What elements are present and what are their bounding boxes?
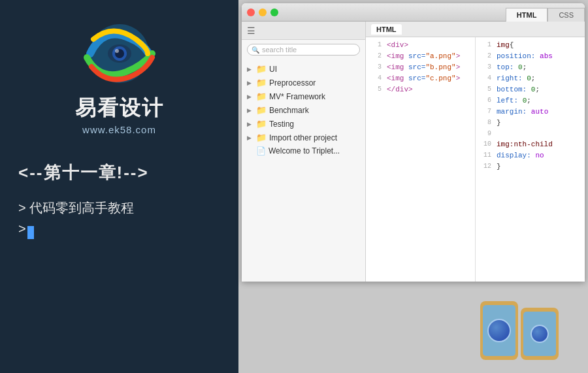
code-area: HTML 1<div> 2<img src="a.png"> 3<img src… [366,22,585,282]
code-tab-html[interactable]: HTML [371,24,402,35]
code-line: 5 bottom: 0; [476,84,585,95]
code-line: 1img{ [476,40,585,51]
tree-item-welcome[interactable]: ▶ 📄 Welcome to Triplet... [242,144,365,157]
tree-arrow-icon: ▶ [247,93,255,100]
code-line: 12} [476,161,585,172]
tree-label: Import other project [269,133,337,142]
code-line: 11 display: no [476,150,585,161]
cursor-blink [27,226,34,239]
tree-label: Benchmark [269,106,309,115]
desc-lines: > 代码零到高手教程 > [13,197,134,239]
tree-item-ui[interactable]: ▶ 📁 UI [242,62,365,76]
globe-icon [487,319,511,342]
tree-item-testing[interactable]: ▶ 📁 Testing [242,117,365,131]
chapter-label: <--第十一章!--> [13,161,149,184]
tree-arrow-icon: ▶ [247,121,255,127]
tree-label: Testing [269,120,294,129]
tree-arrow-icon: ▶ [247,135,255,141]
bottom-illustration [457,282,588,373]
card-inner-right [523,312,556,356]
code-line: 4<img src="c.png"> [366,73,475,84]
sidebar-toolbar: ☰ [242,22,365,40]
code-line: 5</div> [366,84,475,95]
code-line: 6 left: 0; [476,95,585,106]
search-box[interactable]: 🔍 search title [247,44,360,56]
code-line: 2<img src="a.png"> [366,51,475,62]
folder-icon: 📁 [256,133,267,142]
card-left [480,301,518,360]
hamburger-icon[interactable]: ☰ [247,25,255,36]
code-panes: 1<div> 2<img src="a.png"> 3<img src="b.p… [366,37,585,282]
css-code-pane: 1img{ 2 position: abs 3 top: 0; 4 right:… [476,37,585,282]
tree-arrow-icon: ▶ [247,66,255,73]
search-icon: 🔍 [252,46,259,54]
code-line: 3 top: 0; [476,62,585,73]
file-sidebar: ☰ 🔍 search title ▶ 📁 UI ▶ 📁 Preproce [242,22,366,282]
folder-icon: 📁 [256,105,267,115]
right-panel: HTML CSS ☰ 🔍 search title ▶ 📁 UI [238,0,588,373]
titlebar: HTML CSS [242,3,585,22]
card-right [521,308,559,360]
tree-arrow-icon: ▶ [247,107,255,114]
close-button[interactable] [247,8,255,16]
folder-icon: 📁 [256,91,267,101]
tree-item-import[interactable]: ▶ 📁 Import other project [242,131,365,144]
code-line: 7 margin: auto [476,106,585,118]
minimize-button[interactable] [259,8,267,16]
brand-url: www.ek58.com [82,124,156,135]
search-placeholder: search title [262,46,297,54]
folder-icon: 📁 [256,78,267,88]
html-code-pane: 1<div> 2<img src="a.png"> 3<img src="b.p… [366,37,476,282]
code-line: 1<div> [366,40,475,51]
window-body: ☰ 🔍 search title ▶ 📁 UI ▶ 📁 Preproce [242,22,585,282]
code-line: 3<img src="b.png"> [366,62,475,73]
logo-area: 易看设计 www.ek58.com [75,20,164,135]
brand-logo-icon [77,20,162,91]
code-tab-bar: HTML [366,22,585,37]
folder-icon: 📁 [256,119,267,129]
card-inner-left [483,305,515,356]
desc-line-1: > 代码零到高手教程 [18,197,134,218]
code-line: 8} [476,118,585,129]
brand-name-cn: 易看设计 [75,94,164,123]
tab-css[interactable]: CSS [547,8,585,22]
traffic-lights [247,8,278,16]
code-line: 10img:nth-child [476,139,585,150]
tree-item-benchmark[interactable]: ▶ 📁 Benchmark [242,103,365,117]
tab-bar: HTML CSS [506,3,585,22]
tab-html[interactable]: HTML [506,8,548,22]
tree-label: UI [269,65,277,74]
code-line: 9 [476,129,585,139]
folder-icon: 📁 [256,64,267,74]
tree-item-preprocessor[interactable]: ▶ 📁 Preprocessor [242,76,365,89]
globe-icon-2 [531,325,549,343]
desc-line-2: > [18,218,134,239]
maximize-button[interactable] [270,8,278,16]
tree-item-mvframework[interactable]: ▶ 📁 MV* Framework [242,89,365,103]
tree-arrow-icon: ▶ [247,80,255,86]
card-illustration [480,295,565,360]
mac-window: HTML CSS ☰ 🔍 search title ▶ 📁 UI [242,3,585,282]
tree-label: Welcome to Triplet... [269,146,340,155]
left-panel: 易看设计 www.ek58.com <--第十一章!--> > 代码零到高手教程… [0,0,238,373]
code-line: 4 right: 0; [476,73,585,84]
file-tree: ▶ 📁 UI ▶ 📁 Preprocessor ▶ 📁 MV* Framewor… [242,59,365,282]
svg-point-4 [115,49,119,53]
tree-label: MV* Framework [269,92,325,101]
tree-label: Preprocessor [269,78,316,88]
code-line: 2 position: abs [476,51,585,62]
file-icon: 📄 [256,146,266,155]
